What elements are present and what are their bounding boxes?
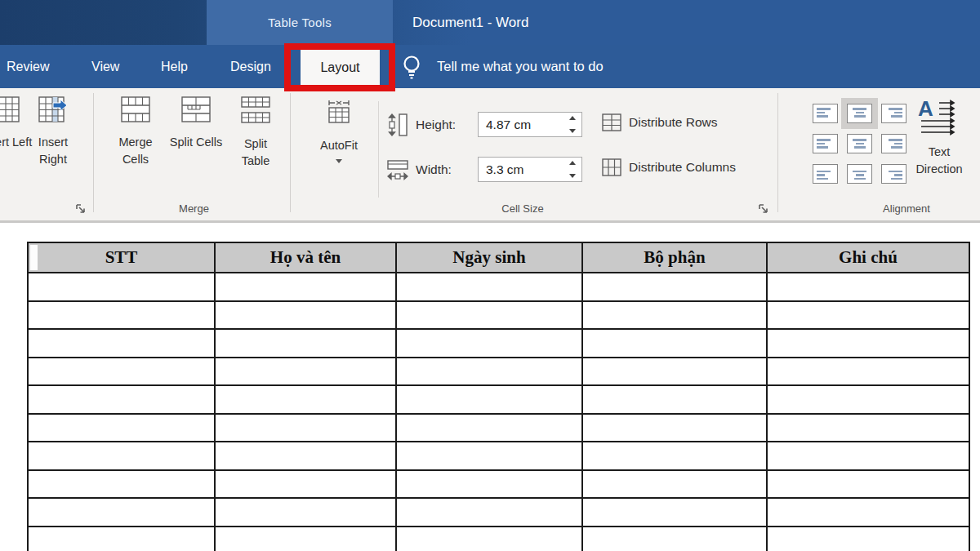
spin-up-icon[interactable] <box>569 116 576 120</box>
table-header-cell[interactable]: Ghi chú <box>767 242 969 273</box>
table-cell[interactable] <box>767 442 969 470</box>
table-cell[interactable] <box>582 527 767 551</box>
table-cell[interactable] <box>215 527 396 551</box>
table-cell[interactable] <box>215 329 396 358</box>
table-cell[interactable] <box>215 498 396 527</box>
table-cell[interactable] <box>396 470 582 499</box>
table-cell[interactable] <box>28 329 215 358</box>
height-spin-arrows[interactable] <box>564 113 581 136</box>
table-cell[interactable] <box>215 385 396 414</box>
table-cell[interactable] <box>396 385 582 414</box>
table-cell[interactable] <box>396 301 582 330</box>
table-cell[interactable] <box>28 358 215 386</box>
tab-view[interactable]: View <box>91 45 119 88</box>
table-cell[interactable] <box>215 470 396 499</box>
align-bottom-left-button[interactable] <box>813 164 838 184</box>
table-cell[interactable] <box>28 527 215 551</box>
text-direction-button[interactable]: A TextDirection <box>898 98 980 178</box>
cell-size-group-label: Cell Size <box>408 202 637 219</box>
split-table-button[interactable]: Split Table <box>229 96 283 170</box>
table-cell[interactable] <box>396 329 582 358</box>
align-top-left-button[interactable] <box>813 104 838 123</box>
width-spinner[interactable]: 3.3 cm <box>478 157 582 182</box>
width-value[interactable]: 3.3 cm <box>479 162 564 177</box>
table-cell[interactable] <box>767 498 969 527</box>
table-cell[interactable] <box>396 358 582 386</box>
spin-up-icon[interactable] <box>569 161 576 165</box>
group-divider <box>777 93 778 212</box>
table-cell[interactable] <box>28 273 215 301</box>
split-cells-button[interactable]: Split Cells <box>169 96 223 151</box>
table-cell[interactable] <box>767 301 969 330</box>
table-cell[interactable] <box>767 329 969 358</box>
table-cell[interactable] <box>582 301 767 330</box>
table-header-cell[interactable]: STT <box>28 242 215 273</box>
distribute-columns-icon <box>602 158 621 176</box>
table-header-cell[interactable]: Họ và tên <box>215 242 396 273</box>
tab-review[interactable]: Review <box>7 45 49 88</box>
table-cell[interactable] <box>396 498 582 527</box>
table-cell[interactable] <box>582 442 767 470</box>
distribute-rows-icon <box>602 113 621 131</box>
height-value[interactable]: 4.87 cm <box>479 118 564 132</box>
table-cell[interactable] <box>767 527 969 551</box>
table-cell[interactable] <box>582 385 767 414</box>
text-direction-label-line1: Text <box>929 145 951 158</box>
autofit-dropdown-caret <box>336 159 342 163</box>
align-bottom-center-button[interactable] <box>847 164 872 184</box>
table-cell[interactable] <box>767 385 969 414</box>
table-cell[interactable] <box>767 414 969 442</box>
table-row <box>28 358 969 386</box>
tab-design[interactable]: Design <box>230 45 271 88</box>
table-cell[interactable] <box>396 414 582 442</box>
table-cell[interactable] <box>28 414 215 442</box>
distribute-columns-button[interactable]: Distribute Columns <box>602 158 736 176</box>
height-spinner[interactable]: 4.87 cm <box>478 112 582 137</box>
table-cell[interactable] <box>215 358 396 386</box>
table-cell[interactable] <box>215 414 396 442</box>
table-cell[interactable] <box>582 273 767 301</box>
cell-size-dialog-launcher[interactable] <box>758 203 770 216</box>
table-cell[interactable] <box>215 442 396 470</box>
rows-columns-dialog-launcher[interactable] <box>75 203 87 216</box>
table-cell[interactable] <box>582 470 767 499</box>
ribbon: Insert Left Insert Right Merge Cells <box>0 88 980 223</box>
table-cell[interactable] <box>767 358 969 386</box>
table-cell[interactable] <box>28 301 215 330</box>
table-cell[interactable] <box>582 358 767 386</box>
table-cell[interactable] <box>582 414 767 442</box>
table-cell[interactable] <box>767 470 969 499</box>
insert-right-button[interactable]: Insert Right <box>26 96 80 168</box>
align-center-left-button[interactable] <box>813 134 838 153</box>
split-cells-icon <box>181 96 211 122</box>
title-bar: Table Tools Document1 - Word <box>0 0 980 45</box>
table-cell[interactable] <box>767 273 969 301</box>
align-center-center-button[interactable] <box>847 134 872 153</box>
table-row <box>28 442 969 470</box>
autofit-button[interactable]: AutoFit <box>312 96 366 163</box>
distribute-rows-button[interactable]: Distribute Rows <box>602 113 718 131</box>
table-cell[interactable] <box>215 273 396 301</box>
table-cell[interactable] <box>582 498 767 527</box>
tell-me-box[interactable]: Tell me what you want to do <box>437 45 604 88</box>
align-top-center-button[interactable] <box>847 104 872 123</box>
table-header-cell[interactable]: Bộ phận <box>582 242 767 273</box>
table-cell[interactable] <box>396 273 582 301</box>
table-cell[interactable] <box>396 527 582 551</box>
spin-down-icon[interactable] <box>569 174 576 178</box>
spin-down-icon[interactable] <box>569 129 576 133</box>
table-cell[interactable] <box>28 442 215 470</box>
table-cell[interactable] <box>215 301 396 330</box>
width-spin-arrows[interactable] <box>564 158 581 181</box>
tab-help[interactable]: Help <box>161 45 188 88</box>
table-cell[interactable] <box>396 442 582 470</box>
table-header-cell[interactable]: Ngày sinh <box>396 242 582 273</box>
tab-layout[interactable]: Layout <box>301 47 380 88</box>
table-body <box>28 273 969 551</box>
table-cell[interactable] <box>28 498 215 527</box>
table-cell[interactable] <box>28 385 215 414</box>
merge-cells-button[interactable]: Merge Cells <box>109 96 163 168</box>
table-cell[interactable] <box>582 329 767 358</box>
group-divider <box>93 93 94 212</box>
table-cell[interactable] <box>28 470 215 499</box>
